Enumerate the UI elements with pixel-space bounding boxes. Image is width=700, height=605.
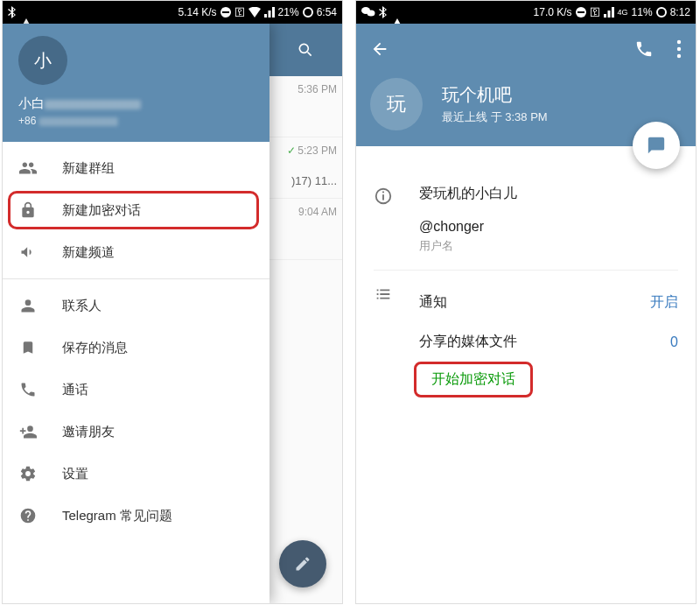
drawer-item-label: Telegram 常见问题 <box>62 508 172 524</box>
chat-time: 9:04 AM <box>298 206 337 218</box>
appbar-search[interactable] <box>268 24 342 76</box>
drawer-calls[interactable]: 通话 <box>3 369 270 411</box>
pencil-icon <box>294 555 312 573</box>
phone-icon <box>18 380 38 399</box>
drawer-saved[interactable]: 保存的消息 <box>3 327 270 369</box>
drawer-item-label: 联系人 <box>62 298 102 314</box>
svg-point-3 <box>368 10 375 16</box>
profile-username[interactable]: @chonger <box>419 219 678 235</box>
battery-ring-icon <box>303 7 313 18</box>
compose-fab[interactable] <box>279 540 326 587</box>
drawer-separator <box>3 278 270 279</box>
drawer-new-secret-chat[interactable]: 新建加密对话 <box>3 189 270 231</box>
chat-preview-row[interactable]: ✓5:23 PM )17) 11... <box>268 137 342 199</box>
drawer-item-label: 设置 <box>62 466 88 482</box>
help-icon <box>18 506 38 525</box>
notifications-row[interactable]: 通知 开启 <box>419 283 678 322</box>
bookmark-icon <box>18 338 38 357</box>
drawer-header[interactable]: 小 小白 +86 <box>3 24 270 142</box>
battery-text: 21% <box>278 6 299 18</box>
phone-icon <box>634 39 654 59</box>
bluetooth-icon <box>379 6 389 18</box>
chat-preview-text: )17) 11... <box>268 174 337 187</box>
read-check-icon: ✓ <box>287 144 296 157</box>
my-avatar[interactable]: 小 <box>18 36 67 85</box>
profile-name: 玩个机吧 <box>442 83 548 107</box>
status-bar: 5.14 K/s ⚿ 21% 6:54 <box>3 1 342 24</box>
contact-icon <box>18 296 38 315</box>
gear-icon <box>18 464 38 483</box>
lock-icon <box>18 200 38 220</box>
svg-point-6 <box>677 54 681 58</box>
chat-time: 5:23 PM <box>298 144 337 157</box>
megaphone-icon <box>18 243 38 262</box>
drawer-item-label: 新建频道 <box>62 244 115 261</box>
profile-appbar: 玩 玩个机吧 最近上线 于 3:38 PM <box>356 24 696 146</box>
svg-line-1 <box>307 53 311 56</box>
vpn-icon: ⚿ <box>590 6 600 18</box>
people-icon <box>18 158 38 178</box>
svg-rect-8 <box>382 194 384 200</box>
chat-preview-row[interactable]: 5:36 PM <box>268 76 342 137</box>
notifications-value: 开启 <box>650 293 678 312</box>
message-fab[interactable] <box>633 122 680 169</box>
back-button[interactable] <box>370 39 389 59</box>
svg-point-0 <box>299 44 308 53</box>
bluetooth-icon <box>8 6 18 18</box>
warning-icon <box>22 6 31 18</box>
warning-icon <box>393 6 402 18</box>
left-phone: 5.14 K/s ⚿ 21% 6:54 5:36 PM ✓5:23 PM )17 <box>2 0 343 604</box>
chat-preview-row[interactable]: 9:04 AM <box>268 199 342 260</box>
arrow-back-icon <box>370 39 389 59</box>
person-add-icon <box>18 422 38 441</box>
drawer-settings[interactable]: 设置 <box>3 453 270 495</box>
shared-media-row[interactable]: 分享的媒体文件 0 <box>419 322 678 362</box>
profile-avatar[interactable]: 玩 <box>370 78 423 130</box>
search-icon <box>297 41 314 59</box>
phone-redacted <box>39 117 118 126</box>
svg-point-5 <box>677 47 681 51</box>
net-speed: 5.14 K/s <box>178 6 217 18</box>
section-separator <box>374 270 678 271</box>
wechat-icon <box>361 6 375 18</box>
overflow-button[interactable] <box>676 39 682 59</box>
chat-icon <box>647 136 666 155</box>
wifi-icon <box>248 7 261 18</box>
shared-media-label: 分享的媒体文件 <box>419 333 517 351</box>
network-type: 4G <box>618 8 628 17</box>
drawer-new-channel[interactable]: 新建频道 <box>3 231 270 273</box>
profile-bio: 爱玩机的小白儿 <box>419 185 678 203</box>
dnd-icon <box>220 7 231 18</box>
drawer-item-label: 保存的消息 <box>62 340 128 356</box>
drawer-item-label: 新建群组 <box>62 160 115 177</box>
info-icon <box>374 186 395 208</box>
profile-last-seen: 最近上线 于 3:38 PM <box>442 109 548 125</box>
clock-text: 8:12 <box>670 6 690 18</box>
start-secret-chat-button[interactable]: 开始加密对话 <box>419 362 528 397</box>
drawer-invite[interactable]: 邀请朋友 <box>3 411 270 453</box>
chat-time: 5:36 PM <box>298 83 337 95</box>
shared-media-value: 0 <box>670 334 678 350</box>
signal-icon <box>264 7 275 18</box>
clock-text: 6:54 <box>317 6 337 18</box>
signal-icon <box>604 7 614 18</box>
my-name: 小白 <box>18 95 45 110</box>
notifications-label: 通知 <box>419 293 447 312</box>
svg-point-4 <box>677 40 681 44</box>
battery-text: 11% <box>632 6 653 18</box>
call-button[interactable] <box>634 39 654 59</box>
username-label: 用户名 <box>419 238 678 254</box>
more-vert-icon <box>676 39 682 59</box>
svg-rect-9 <box>382 192 384 193</box>
battery-ring-icon <box>656 7 667 18</box>
drawer-item-label: 邀请朋友 <box>62 424 115 440</box>
right-phone: 17.0 K/s ⚿ 4G 11% 8:12 <box>355 0 696 604</box>
drawer-faq[interactable]: Telegram 常见问题 <box>3 495 270 537</box>
drawer-contacts[interactable]: 联系人 <box>3 285 270 327</box>
name-redacted <box>45 100 141 109</box>
vpn-icon: ⚿ <box>234 6 245 18</box>
dnd-icon <box>576 7 586 18</box>
list-icon <box>374 285 395 306</box>
drawer-new-group[interactable]: 新建群组 <box>3 147 270 189</box>
drawer-item-label: 通话 <box>62 382 88 398</box>
